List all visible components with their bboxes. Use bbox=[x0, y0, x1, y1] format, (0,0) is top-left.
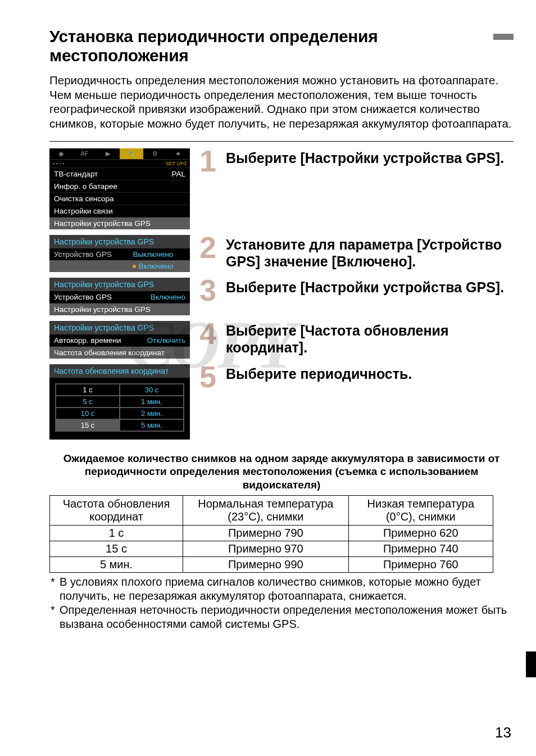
step-text-2: Установите для параметра [Устройство GPS… bbox=[226, 235, 514, 270]
interval-options-grid: 1 с 30 с 5 с 1 мин. 10 с 2 мин. 15 с 5 м… bbox=[55, 383, 184, 432]
tab-camera-icon: ◉ bbox=[49, 148, 73, 159]
menu-screenshot-3: Настройки устройства GPS Устройство GPS … bbox=[49, 278, 190, 315]
th-low-temp: Низкая температура (0°C), снимки bbox=[348, 495, 493, 525]
menu1-row4-label: Настройки устройства GPS bbox=[54, 219, 151, 228]
menu2-opt-on: Включено bbox=[138, 262, 173, 270]
cell: Примерно 790 bbox=[183, 525, 348, 541]
cell: Примерно 740 bbox=[348, 541, 493, 556]
menu4-title: Настройки устройства GPS bbox=[49, 321, 190, 334]
step-3: Настройки устройства GPS Устройство GPS … bbox=[49, 278, 514, 315]
cell: Примерно 760 bbox=[348, 556, 493, 572]
page-number: 13 bbox=[495, 724, 511, 741]
interval-15s-selected: 15 с bbox=[56, 419, 120, 431]
table-caption: Ожидаемое количество снимков на одном за… bbox=[49, 452, 514, 492]
step-text-4: Выберите [Частота обновления координат]. bbox=[226, 321, 514, 356]
step-number-1: 1 bbox=[198, 148, 218, 174]
menu1-row4-highlight: Настройки устройства GPS bbox=[49, 217, 190, 229]
tab-play-icon: ▶ bbox=[96, 148, 120, 159]
table-row: 1 с Примерно 790 Примерно 620 bbox=[50, 525, 493, 541]
menu3-title: Настройки устройства GPS bbox=[49, 278, 190, 291]
step-number-3: 3 bbox=[198, 278, 218, 304]
cell: 1 с bbox=[50, 525, 183, 541]
menu-screenshot-5: Частота обновления координат 1 с 30 с 5 … bbox=[49, 364, 190, 440]
cell: 5 мин. bbox=[50, 556, 183, 572]
interval-1s: 1 с bbox=[56, 384, 120, 396]
menu2-param-blank bbox=[54, 262, 120, 270]
step-number-5: 5 bbox=[198, 364, 218, 390]
shots-table: Частота обновления координат Нормальная … bbox=[49, 495, 493, 573]
menu-subtabs: ▪ ▪ ▫ ▪ SET UP3 bbox=[49, 160, 190, 168]
interval-5min: 5 мин. bbox=[120, 419, 184, 431]
menu1-row3: Настройки связи bbox=[49, 205, 190, 217]
menu-screenshot-1: ◉ AF ▶ 🔧 ⚙ ★ ▪ ▪ ▫ ▪ SET UP3 ТВ-стандарт… bbox=[49, 148, 190, 229]
asterisk-icon: * bbox=[51, 575, 60, 589]
title-accent-bar bbox=[493, 34, 514, 40]
step-number-4: 4 bbox=[198, 321, 218, 347]
interval-1min: 1 мин. bbox=[120, 396, 184, 408]
cell: Примерно 620 bbox=[348, 525, 493, 541]
table-header-row: Частота обновления координат Нормальная … bbox=[50, 495, 493, 525]
tab-custom-icon: ⚙ bbox=[143, 148, 167, 159]
steps-container: ◉ AF ▶ 🔧 ⚙ ★ ▪ ▪ ▫ ▪ SET UP3 ТВ-стандарт… bbox=[49, 148, 514, 440]
th-interval: Частота обновления координат bbox=[50, 495, 183, 525]
menu3-row1-value: Включено bbox=[151, 293, 185, 301]
cell: Примерно 990 bbox=[183, 556, 348, 572]
tab-wrench-icon: 🔧 bbox=[120, 148, 143, 159]
menu1-row2-label: Очистка сенсора bbox=[54, 194, 114, 203]
footnote-1-text: В условиях плохого приема сигналов колич… bbox=[60, 576, 481, 602]
menu2-opt-off: Выключено bbox=[133, 250, 185, 259]
menu2-title: Настройки устройства GPS bbox=[49, 235, 190, 248]
menu1-row0-value: PAL bbox=[171, 170, 185, 178]
footnote-1: *В условиях плохого приема сигналов коли… bbox=[60, 575, 514, 603]
step-text-1: Выберите [Настройки устройства GPS]. bbox=[226, 148, 504, 166]
cell: Примерно 970 bbox=[183, 541, 348, 556]
step-4: Настройки устройства GPS Автокорр. време… bbox=[49, 321, 514, 359]
tab-star-icon: ★ bbox=[166, 148, 190, 159]
menu3-row1-label: Устройство GPS bbox=[54, 293, 112, 301]
interval-30s: 30 с bbox=[120, 384, 184, 396]
menu1-row2: Очистка сенсора bbox=[49, 192, 190, 205]
menu4-row1-label: Автокорр. времени bbox=[54, 336, 121, 345]
menu4-row1: Автокорр. времени Отключить bbox=[49, 334, 190, 346]
table-row: 15 с Примерно 970 Примерно 740 bbox=[50, 541, 493, 556]
horizontal-divider bbox=[49, 141, 514, 142]
th-normal-temp: Нормальная температура (23°C), снимки bbox=[183, 495, 348, 525]
menu-screenshot-4: Настройки устройства GPS Автокорр. време… bbox=[49, 321, 190, 359]
menu3-row2-highlight: Настройки устройства GPS bbox=[49, 303, 190, 315]
menu1-row0-label: ТВ-стандарт bbox=[54, 170, 98, 178]
menu3-row1: Устройство GPS Включено bbox=[49, 291, 190, 303]
subtab-dots: ▪ ▪ ▫ ▪ bbox=[53, 161, 64, 166]
interval-10s: 10 с bbox=[56, 408, 120, 419]
menu-screenshot-2: Настройки устройства GPS Устройство GPS … bbox=[49, 235, 190, 272]
menu3-row2-label: Настройки устройства GPS bbox=[54, 305, 151, 314]
footnotes: *В условиях плохого приема сигналов коли… bbox=[49, 575, 514, 631]
step-text-5: Выберите периодичность. bbox=[226, 364, 412, 382]
table-row: 5 мин. Примерно 990 Примерно 760 bbox=[50, 556, 493, 572]
footnote-2-text: Определенная неточность периодичности оп… bbox=[60, 604, 507, 630]
tab-af-icon: AF bbox=[73, 148, 97, 159]
menu2-param: Устройство GPS bbox=[54, 250, 120, 259]
page-title: Установка периодичности определения мест… bbox=[49, 27, 514, 65]
menu5-title: Частота обновления координат bbox=[49, 364, 190, 378]
step-text-3: Выберите [Настройки устройства GPS]. bbox=[226, 278, 504, 296]
cell: 15 с bbox=[50, 541, 183, 556]
interval-5s: 5 с bbox=[56, 396, 120, 408]
asterisk-icon: * bbox=[51, 603, 60, 617]
title-text: Установка периодичности определения мест… bbox=[49, 27, 485, 65]
selected-dot-icon bbox=[133, 265, 136, 268]
footnote-2: *Определенная неточность периодичности о… bbox=[60, 603, 514, 631]
menu-tab-bar: ◉ AF ▶ 🔧 ⚙ ★ bbox=[49, 148, 190, 160]
step-number-2: 2 bbox=[198, 235, 218, 261]
menu1-row1: Инфор. о батарее bbox=[49, 180, 190, 192]
setup-label: SET UP3 bbox=[166, 161, 187, 166]
side-thumb-tab bbox=[526, 651, 536, 677]
step-5: Частота обновления координат 1 с 30 с 5 … bbox=[49, 364, 514, 440]
menu4-row2-highlight: Частота обновления координат bbox=[49, 346, 190, 359]
menu4-row1-value: Отключить bbox=[147, 336, 185, 345]
step-2: Настройки устройства GPS Устройство GPS … bbox=[49, 235, 514, 272]
interval-2min: 2 мин. bbox=[120, 408, 184, 419]
menu4-row2-label: Частота обновления координат bbox=[54, 348, 165, 357]
step-1: ◉ AF ▶ 🔧 ⚙ ★ ▪ ▪ ▫ ▪ SET UP3 ТВ-стандарт… bbox=[49, 148, 514, 229]
menu1-row3-label: Настройки связи bbox=[54, 207, 113, 215]
intro-paragraph: Периодичность определения местоположения… bbox=[49, 73, 514, 131]
